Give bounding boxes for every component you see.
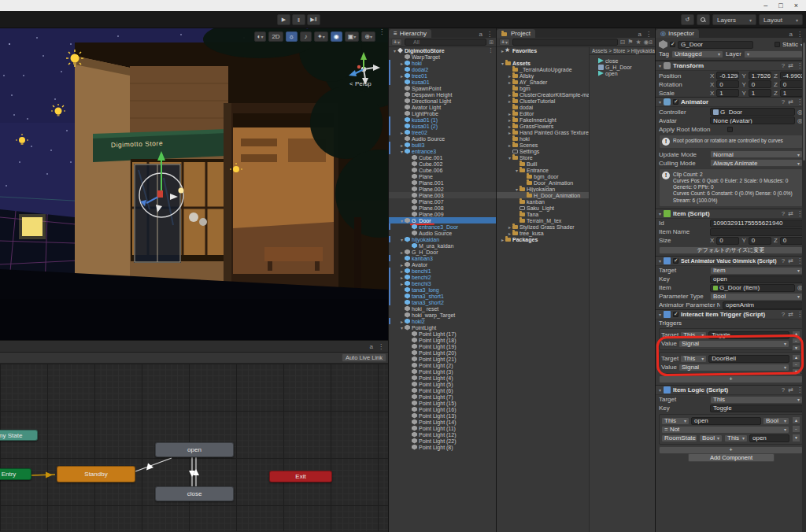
- hierarchy-row[interactable]: Plane.009: [389, 211, 496, 217]
- remove-button[interactable]: −: [792, 361, 800, 368]
- foldout-arrow-icon[interactable]: ▾: [659, 99, 661, 105]
- inspector-scrollbar[interactable]: [802, 38, 806, 532]
- project-row[interactable]: Saku_Light: [497, 205, 589, 211]
- breadcrumb[interactable]: Assets > Store > Hijyokaida: [590, 47, 655, 55]
- hierarchy-row[interactable]: kusa01: [389, 79, 496, 85]
- scene-view[interactable]: Digimotto Store < Persp ⋮ ◐ 2D ☼ ♪ ✦ ◉ ▣…: [0, 28, 388, 340]
- asset-row[interactable]: open: [590, 70, 655, 76]
- project-row[interactable]: ▸ tree_kusa: [497, 230, 589, 236]
- layer-dropdown[interactable]: [744, 50, 803, 58]
- transform-header[interactable]: ▾ Transform ?⇄⋮: [656, 61, 806, 71]
- animator-component-header[interactable]: ▾ Animator ?⇄⋮: [656, 97, 806, 107]
- expand-arrow-icon[interactable]: ▸: [507, 231, 512, 236]
- help-icon[interactable]: ?: [782, 257, 785, 264]
- hierarchy-row[interactable]: kusa01 (2): [389, 123, 496, 129]
- camera-dropdown-icon[interactable]: ▣: [345, 31, 360, 42]
- help-icon[interactable]: ?: [782, 210, 785, 217]
- size-z-field[interactable]: 0: [780, 237, 803, 245]
- hierarchy-row[interactable]: Point Light (3): [389, 368, 496, 375]
- hierarchy-row[interactable]: kanban3: [389, 255, 496, 261]
- hierarchy-row[interactable]: Plane.008: [389, 205, 496, 211]
- rotation-y-field[interactable]: 0: [749, 80, 771, 88]
- lock-icon[interactable]: a: [479, 31, 482, 38]
- project-search-input[interactable]: [512, 39, 617, 46]
- hierarchy-row[interactable]: tana3_short2: [389, 299, 496, 305]
- expand-arrow-icon[interactable]: ▸: [507, 224, 512, 230]
- hierarchy-row[interactable]: Point Light (7): [389, 393, 496, 400]
- step-button[interactable]: ▶‖: [307, 14, 320, 25]
- hierarchy-row[interactable]: tana3_long: [389, 286, 496, 293]
- project-row[interactable]: bgm_door: [497, 173, 589, 179]
- presets-icon[interactable]: ⇄: [788, 210, 793, 217]
- expand-arrow-icon[interactable]: ▾: [399, 325, 405, 331]
- expand-arrow-icon[interactable]: ▸: [507, 92, 512, 98]
- expand-arrow-icon[interactable]: ▸: [399, 130, 405, 135]
- expand-arrow-icon[interactable]: ▸: [399, 73, 405, 79]
- project-row[interactable]: Settings: [497, 148, 589, 154]
- logic-key-field[interactable]: open: [749, 434, 789, 442]
- hierarchy-row[interactable]: ▸ Avator: [389, 261, 496, 268]
- project-row[interactable]: ▸ Allsky: [497, 72, 589, 79]
- presets-icon[interactable]: ⇄: [788, 257, 793, 264]
- logic-source-dropdown[interactable]: RoomState: [661, 434, 697, 442]
- project-row[interactable]: Tana: [497, 211, 589, 217]
- hierarchy-row[interactable]: ▾ PointLight: [389, 324, 496, 331]
- hierarchy-row[interactable]: Point Light (19): [389, 343, 496, 349]
- expand-arrow-icon[interactable]: ▸: [507, 98, 512, 104]
- help-icon[interactable]: ?: [782, 311, 785, 318]
- search-filter-icon[interactable]: ⊞: [489, 39, 494, 46]
- add-component-button[interactable]: Add Component: [688, 453, 775, 462]
- auto-live-link-button[interactable]: Auto Live Link: [342, 353, 386, 362]
- hierarchy-row[interactable]: SpawnPoint: [389, 85, 496, 91]
- hierarchy-row[interactable]: Audio Source: [389, 135, 496, 142]
- size-x-field[interactable]: 0: [716, 237, 739, 245]
- hierarchy-row[interactable]: ▾ G_Door: [389, 217, 496, 224]
- static-checkbox[interactable]: [775, 42, 780, 47]
- hierarchy-row[interactable]: ▸ buill3: [389, 142, 496, 148]
- draw-mode-dropdown[interactable]: ◐: [254, 31, 267, 42]
- project-row[interactable]: ▸ Hand Painted Grass Texture: [497, 129, 589, 135]
- expand-arrow-icon[interactable]: ▸: [399, 249, 405, 255]
- minimize-button[interactable]: –: [763, 2, 767, 9]
- expand-arrow-icon[interactable]: ▸: [507, 111, 512, 116]
- kebab-icon[interactable]: ⋮: [645, 31, 652, 38]
- scale-x-field[interactable]: 1: [716, 89, 739, 97]
- item-script-header[interactable]: ▾ Item (Script) ?⇄⋮: [656, 209, 806, 219]
- expand-arrow-icon[interactable]: ▸: [399, 61, 405, 66]
- hierarchy-row[interactable]: hoki_warp_Target: [389, 312, 496, 318]
- hidden-packages-icon[interactable]: ◉8: [644, 39, 653, 46]
- kebab-icon[interactable]: ⋮: [378, 343, 384, 350]
- hierarchy-row[interactable]: Plane: [389, 173, 496, 179]
- hierarchy-row[interactable]: Plane.002: [389, 186, 496, 192]
- hierarchy-row[interactable]: Point Light (2): [389, 362, 496, 368]
- project-row[interactable]: ▸ ClusterCreatorKitSample-master: [497, 91, 589, 98]
- state-node-close[interactable]: close: [155, 486, 234, 501]
- project-row[interactable]: kanban: [497, 198, 589, 205]
- id-field[interactable]: 10903291175555621940: [710, 220, 803, 227]
- trigger-key-field[interactable]: DoorBell: [708, 355, 789, 363]
- project-row[interactable]: ▸ Packages: [497, 236, 589, 242]
- hierarchy-row[interactable]: ▸ tree02: [389, 129, 496, 135]
- remove-button[interactable]: −: [792, 425, 800, 433]
- expand-arrow-icon[interactable]: ▸: [507, 73, 512, 79]
- layers-dropdown[interactable]: Layers: [712, 14, 756, 25]
- hierarchy-row[interactable]: entrance3_Door: [389, 224, 496, 230]
- presets-icon[interactable]: ⇄: [788, 386, 793, 393]
- lock-icon[interactable]: a: [370, 343, 373, 350]
- position-x-field[interactable]: -0.12983: [716, 72, 739, 79]
- close-button[interactable]: ×: [794, 2, 798, 9]
- rotation-x-field[interactable]: 0: [716, 80, 739, 88]
- enabled-checkbox[interactable]: [673, 99, 678, 105]
- expand-arrow-icon[interactable]: ▸: [399, 142, 405, 148]
- parameter-type-dropdown[interactable]: Bool: [710, 293, 803, 301]
- kebab-icon[interactable]: ⋮: [379, 28, 385, 35]
- parameter-name-field[interactable]: openAnim: [723, 301, 803, 309]
- hierarchy-row[interactable]: Cube.001: [389, 154, 496, 161]
- lock-icon[interactable]: a: [638, 31, 641, 38]
- presets-icon[interactable]: ⇄: [788, 98, 793, 105]
- hierarchy-row[interactable]: Point Light (4): [389, 375, 496, 381]
- rotation-z-field[interactable]: 0: [780, 80, 803, 88]
- scale-y-field[interactable]: 1: [749, 89, 771, 97]
- position-y-field[interactable]: 1.752662: [749, 72, 771, 79]
- hierarchy-row[interactable]: ▾ DigimottoStore ⋮: [389, 47, 496, 54]
